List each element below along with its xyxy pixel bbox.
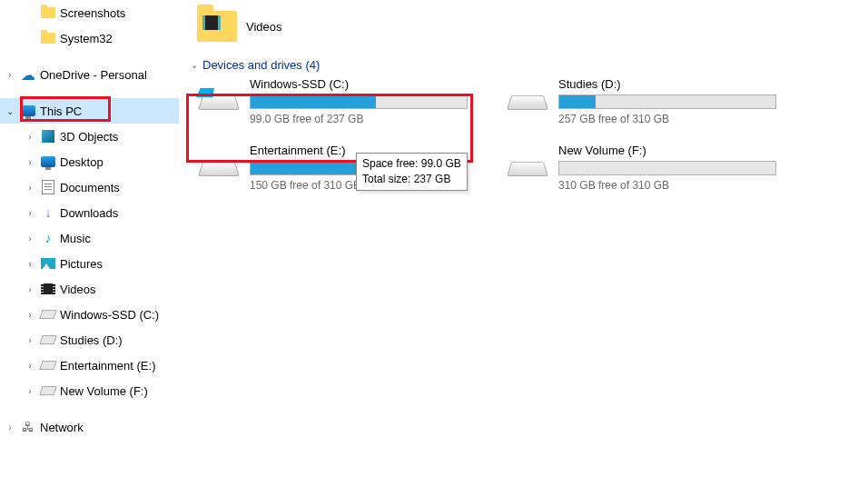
drive-usage-bar <box>250 94 468 109</box>
tree-item-label: New Volume (F:) <box>60 384 148 398</box>
folder-icon <box>40 30 56 46</box>
tree-item-label: This PC <box>40 104 82 118</box>
monitor-icon <box>40 154 56 170</box>
folder-item-videos[interactable]: Videos <box>195 4 282 49</box>
cloud-icon: ☁ <box>20 66 36 83</box>
tree-item-downloads[interactable]: ›↓Downloads <box>0 200 179 225</box>
drive-free-text: 99.0 GB free of 237 GB <box>250 113 484 125</box>
chevron-right-icon[interactable]: › <box>4 422 16 432</box>
tree-item-label: Network <box>40 421 84 434</box>
drive-info: Studies (D:)257 GB free of 310 GB <box>558 77 793 125</box>
tree-item-label: Entertainment (E:) <box>60 359 156 373</box>
tree-item-screenshots[interactable]: Screenshots <box>0 0 179 25</box>
sidebar: ScreenshotsSystem32›☁OneDrive - Personal… <box>0 0 179 477</box>
drive-windows-icon <box>193 82 244 122</box>
docicon-icon <box>40 179 56 195</box>
tree-item-onedrive-personal[interactable]: ›☁OneDrive - Personal <box>0 62 179 87</box>
drive-name: Studies (D:) <box>558 77 793 91</box>
content-pane: Videos ⌄ Devices and drives (4) Windows-… <box>179 0 868 477</box>
videoicon-icon <box>40 281 56 297</box>
diskicon-icon <box>40 383 56 399</box>
chevron-right-icon[interactable]: › <box>24 310 36 320</box>
drive-usage-bar <box>558 161 776 175</box>
tree-item-label: 3D Objects <box>60 130 118 144</box>
tree-item-studies-d-[interactable]: ›Studies (D:) <box>0 327 179 353</box>
tree-item-3d-objects[interactable]: ›3D Objects <box>0 124 179 149</box>
drive-item[interactable]: Windows-SSD (C:)99.0 GB free of 237 GB <box>193 77 484 125</box>
drive-item[interactable]: Studies (D:)257 GB free of 310 GB <box>502 77 793 125</box>
chevron-right-icon[interactable]: › <box>24 234 36 243</box>
music-icon: ♪ <box>40 230 56 246</box>
drive-info: Windows-SSD (C:)99.0 GB free of 237 GB <box>250 77 484 125</box>
tree-item-label: OneDrive - Personal <box>40 68 147 82</box>
folder-label: Videos <box>246 20 282 34</box>
tree-item-label: Music <box>60 232 91 245</box>
chevron-right-icon[interactable]: › <box>24 335 36 345</box>
chevron-right-icon[interactable]: › <box>24 284 36 294</box>
chevron-right-icon[interactable]: › <box>24 132 36 142</box>
chevron-down-icon[interactable]: ⌄ <box>4 106 16 116</box>
obj3d-icon <box>40 128 56 144</box>
diskicon-icon <box>40 306 56 323</box>
tree-item-label: Videos <box>60 283 96 296</box>
tree-item-label: Desktop <box>60 155 104 169</box>
diskicon-icon <box>40 332 56 348</box>
tree-item-documents[interactable]: ›Documents <box>0 174 179 200</box>
tree-item-this-pc[interactable]: ⌄This PC <box>0 98 179 124</box>
drive-icon <box>502 82 553 122</box>
tree-item-label: Downloads <box>60 206 118 220</box>
drive-icon <box>502 148 553 188</box>
tree-item-label: System32 <box>60 32 113 45</box>
chevron-right-icon[interactable]: › <box>24 386 36 396</box>
tree-item-label: Documents <box>60 181 120 194</box>
chevron-right-icon[interactable]: › <box>24 361 36 371</box>
drive-tooltip: Space free: 99.0 GB Total size: 237 GB <box>356 153 468 191</box>
tooltip-line: Total size: 237 GB <box>362 172 461 187</box>
drive-item[interactable]: New Volume (F:)310 GB free of 310 GB <box>502 144 793 192</box>
chevron-right-icon[interactable]: › <box>4 70 16 80</box>
tree-item-label: Windows-SSD (C:) <box>60 308 159 322</box>
tree-item-label: Screenshots <box>60 6 125 20</box>
folder-icon <box>40 5 56 21</box>
videos-folder-icon <box>195 5 239 48</box>
tree-item-label: Pictures <box>60 257 103 271</box>
chevron-right-icon[interactable]: › <box>24 259 36 269</box>
drive-usage-bar <box>558 94 776 109</box>
chevron-right-icon[interactable]: › <box>24 208 36 218</box>
drive-info: New Volume (F:)310 GB free of 310 GB <box>558 144 793 192</box>
tree-item-entertainment-e-[interactable]: ›Entertainment (E:) <box>0 353 179 378</box>
drive-name: New Volume (F:) <box>558 144 793 157</box>
tree-item-pictures[interactable]: ›Pictures <box>0 251 179 276</box>
tree-item-system32[interactable]: System32 <box>0 25 179 51</box>
drives-grid: Windows-SSD (C:)99.0 GB free of 237 GBSt… <box>193 77 861 192</box>
chevron-right-icon[interactable]: › <box>24 183 36 193</box>
tree-item-windows-ssd-c-[interactable]: ›Windows-SSD (C:) <box>0 302 179 327</box>
section-header-devices[interactable]: ⌄ Devices and drives (4) <box>188 58 861 72</box>
chevron-down-icon: ⌄ <box>188 60 201 70</box>
tree-item-desktop[interactable]: ›Desktop <box>0 149 179 174</box>
picicon-icon <box>40 255 56 272</box>
diskicon-icon <box>40 357 56 373</box>
monitor-icon <box>20 103 36 119</box>
drive-free-text: 257 GB free of 310 GB <box>558 113 793 125</box>
dl-icon: ↓ <box>40 204 56 221</box>
drive-free-text: 310 GB free of 310 GB <box>558 179 793 192</box>
tree-item-label: Studies (D:) <box>60 333 123 347</box>
tree-item-videos[interactable]: ›Videos <box>0 276 179 302</box>
tree-item-network[interactable]: ›🖧Network <box>0 414 179 440</box>
section-title: Devices and drives (4) <box>202 58 320 72</box>
tree-item-music[interactable]: ›♪Music <box>0 225 179 251</box>
tooltip-line: Space free: 99.0 GB <box>362 156 461 172</box>
drive-icon <box>193 148 244 188</box>
netw-icon: 🖧 <box>20 419 36 435</box>
chevron-right-icon[interactable]: › <box>24 157 36 167</box>
tree-item-new-volume-f-[interactable]: ›New Volume (F:) <box>0 378 179 403</box>
drive-name: Windows-SSD (C:) <box>250 77 484 91</box>
